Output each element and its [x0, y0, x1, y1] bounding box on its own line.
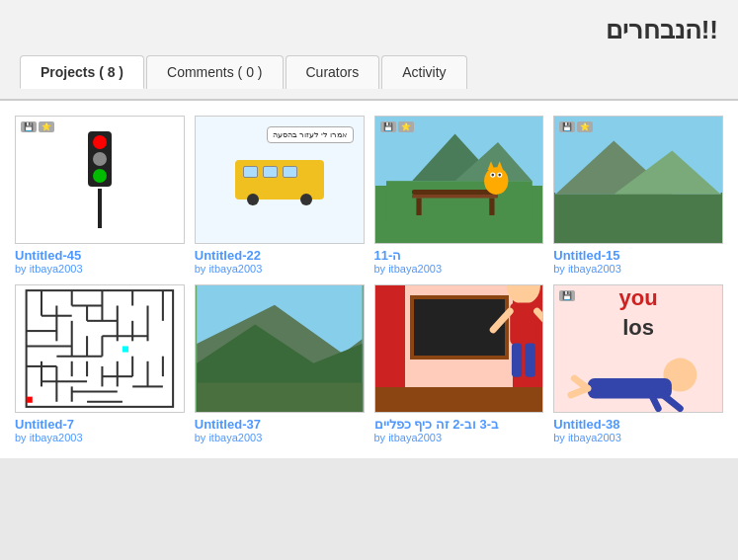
project-card[interactable]: 💾 ⭐ Untitled-45 by itbaya2003 [15, 116, 185, 275]
svg-line-74 [664, 395, 681, 409]
you-text: you [619, 285, 658, 311]
tabs-bar: Projects ( 8 ) Comments ( 0 ) Curators A… [20, 55, 718, 89]
bus-wheel-left [247, 194, 259, 205]
project-title[interactable]: Untitled-7 [15, 417, 185, 432]
project-thumbnail [15, 284, 185, 413]
project-title[interactable]: Untitled-38 [553, 417, 723, 432]
landscape-svg [196, 285, 364, 412]
project-thumbnail: address city אמרו לי לעזור בהסעה [195, 116, 365, 244]
project-card[interactable]: 💾 ⭐ [374, 116, 544, 275]
project-card[interactable]: Untitled-7 by itbaya2003 [15, 284, 185, 443]
project-thumbnail: address [374, 284, 544, 413]
project-author[interactable]: by itbaya2003 [553, 263, 723, 275]
svg-rect-67 [525, 344, 534, 377]
svg-rect-62 [197, 382, 362, 412]
project-card[interactable]: 💾 ⭐ Untitled-15 by itbaya2003 [553, 116, 723, 275]
project-author[interactable]: by itbaya2003 [195, 432, 365, 443]
badge-2: ⭐ [398, 121, 414, 132]
bus-body [235, 160, 324, 200]
page-title: !!הנבחרים [20, 15, 718, 45]
project-badges: 💾 ⭐ [380, 121, 414, 132]
project-thumbnail: 💾 ⭐ [374, 116, 544, 244]
bus-window [283, 166, 297, 178]
light-green [93, 169, 107, 183]
project-title[interactable]: Untitled-22 [195, 248, 365, 263]
svg-point-13 [491, 174, 494, 177]
project-author[interactable]: by itbaya2003 [374, 432, 544, 443]
project-title[interactable]: Untitled-37 [195, 417, 365, 432]
svg-rect-4 [412, 190, 498, 195]
tab-activity[interactable]: Activity [381, 55, 466, 89]
svg-rect-66 [511, 344, 521, 377]
light-red [93, 135, 107, 149]
theater-scene [375, 285, 543, 412]
projects-grid: 💾 ⭐ Untitled-45 by itbaya2003 [15, 116, 723, 443]
svg-rect-6 [416, 199, 421, 215]
bench-scene [375, 117, 543, 243]
svg-rect-3 [385, 181, 532, 228]
project-author[interactable]: by itbaya2003 [374, 263, 544, 275]
los-text: los [622, 315, 654, 341]
project-thumbnail: 💾 ⭐ [553, 116, 723, 244]
tab-comments[interactable]: Comments ( 0 ) [146, 55, 283, 89]
project-author[interactable]: by itbaya2003 [553, 432, 723, 443]
svg-rect-7 [489, 199, 494, 215]
svg-line-68 [493, 311, 510, 330]
bus-wheel-right [300, 194, 312, 205]
svg-rect-5 [412, 195, 498, 198]
svg-line-73 [575, 378, 589, 388]
project-card[interactable]: address [374, 284, 544, 443]
character-svg [440, 284, 544, 392]
svg-rect-19 [22, 285, 179, 412]
svg-point-14 [498, 174, 501, 177]
project-card[interactable]: 💾 you los [553, 284, 723, 443]
bus-window [243, 166, 258, 178]
project-author[interactable]: by itbaya2003 [15, 432, 185, 443]
badge-1: 💾 [559, 121, 575, 132]
badge-1: 💾 [559, 290, 575, 301]
project-thumbnail: 💾 ⭐ [15, 116, 185, 244]
bus-scene: אמרו לי לעזור בהסעה [196, 117, 364, 243]
bus-window [263, 166, 278, 178]
traffic-pole [98, 189, 102, 228]
project-title[interactable]: Untitled-45 [15, 248, 185, 263]
svg-point-8 [484, 167, 508, 195]
badge-1: 💾 [21, 121, 37, 132]
maze-svg [16, 285, 184, 412]
bench-svg [375, 117, 543, 228]
project-thumbnail [195, 284, 365, 413]
gameover-char-svg [554, 345, 722, 412]
project-card[interactable]: Untitled-37 by itbaya2003 [195, 284, 365, 443]
project-thumbnail: 💾 you los [553, 284, 723, 413]
project-title[interactable]: ב-3 וב-2 זה כיף כפליים [374, 417, 544, 432]
badge-1: 💾 [380, 121, 396, 132]
svg-point-63 [506, 284, 539, 304]
project-card[interactable]: address city אמרו לי לעזור בהסעה [195, 116, 365, 275]
light-yellow [93, 152, 107, 166]
traffic-light-scene [88, 117, 112, 243]
badge-2: ⭐ [577, 121, 593, 132]
project-badges: 💾 ⭐ [21, 121, 54, 132]
svg-rect-18 [555, 195, 720, 243]
svg-rect-58 [123, 346, 128, 352]
header: !!הנבחרים Projects ( 8 ) Comments ( 0 ) … [0, 0, 738, 100]
svg-rect-71 [588, 378, 672, 398]
tab-curators[interactable]: Curators [286, 55, 380, 89]
content-area: 💾 ⭐ Untitled-45 by itbaya2003 [0, 100, 738, 458]
page-container: !!הנבחרים Projects ( 8 ) Comments ( 0 ) … [0, 0, 738, 458]
project-title[interactable]: ה-11 [374, 248, 544, 263]
svg-line-69 [536, 311, 543, 330]
project-title[interactable]: Untitled-15 [553, 248, 723, 263]
project-badges: 💾 ⭐ [559, 121, 593, 132]
svg-rect-65 [510, 303, 536, 346]
maze-scene [16, 285, 184, 412]
project-author[interactable]: by itbaya2003 [195, 263, 365, 275]
project-author[interactable]: by itbaya2003 [15, 263, 185, 275]
traffic-box [88, 131, 112, 187]
speech-bubble: אמרו לי לעזור בהסעה [267, 126, 354, 143]
project-badges: 💾 [559, 290, 575, 301]
svg-rect-57 [27, 397, 33, 403]
gameover-scene: you los [554, 285, 722, 412]
mountain-svg [554, 117, 722, 243]
tab-projects[interactable]: Projects ( 8 ) [20, 55, 144, 89]
